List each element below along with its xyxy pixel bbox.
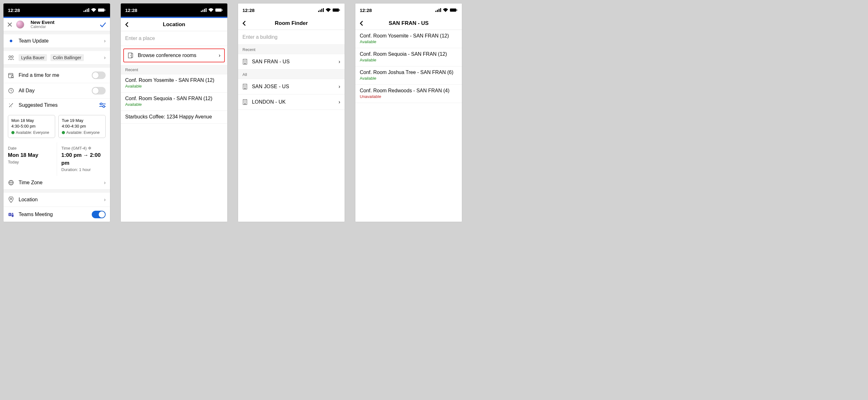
svg-point-14 <box>9 104 10 104</box>
svg-rect-28 <box>203 10 204 12</box>
chevron-right-icon: › <box>339 59 340 65</box>
find-time-toggle[interactable] <box>92 71 105 79</box>
duration: Duration: 1 hour <box>61 167 106 173</box>
svg-point-7 <box>11 56 13 58</box>
clock-icon <box>8 88 14 94</box>
room-item[interactable]: Conf. Room Yosemite - SAN FRAN (12) Avai… <box>121 74 227 93</box>
building-name: SAN JOSE - US <box>252 84 334 90</box>
svg-rect-62 <box>440 8 441 12</box>
chevron-left-icon <box>242 21 246 26</box>
back-button[interactable] <box>242 21 253 26</box>
building-item[interactable]: LONDON - UK › <box>238 95 345 110</box>
status-icons <box>318 8 340 12</box>
svg-rect-63 <box>450 8 456 12</box>
date-label: Date <box>8 145 52 152</box>
close-icon[interactable] <box>7 22 12 27</box>
svg-rect-36 <box>320 10 321 12</box>
back-button[interactable] <box>359 21 370 26</box>
recent-header: Recent <box>121 65 227 74</box>
room-status: Available <box>360 39 458 44</box>
back-button[interactable] <box>125 22 136 27</box>
wifi-icon <box>91 8 96 12</box>
svg-rect-38 <box>323 8 324 12</box>
room-name: Conf. Room Redwoods - SAN FRAN (4) <box>360 88 458 94</box>
screen-new-event: 12:28 New Event Calendar Team Update › <box>3 3 110 222</box>
svg-rect-32 <box>222 9 223 11</box>
wifi-icon <box>326 8 331 12</box>
room-item[interactable]: Conf. Room Sequoia - SAN FRAN (12) Avail… <box>355 48 462 66</box>
sliders-icon[interactable] <box>99 103 105 108</box>
magic-icon <box>8 102 14 108</box>
place-item[interactable]: Starbucks Coffee: 1234 Happy Avenue <box>121 111 227 124</box>
room-item[interactable]: Conf. Room Joshua Tree - SAN FRAN (6) Av… <box>355 66 462 85</box>
svg-rect-57 <box>245 102 246 102</box>
time-cell[interactable]: Time (GMT-4) ✲ 1:00 pm → 2:00 pm Duratio… <box>57 142 110 176</box>
svg-line-11 <box>13 77 14 78</box>
svg-rect-46 <box>245 63 246 64</box>
svg-point-13 <box>12 103 13 104</box>
timezone-icon: ✲ <box>88 146 91 151</box>
status-icons <box>201 8 223 12</box>
signal-icon <box>318 8 324 12</box>
room-item[interactable]: Conf. Room Redwoods - SAN FRAN (4) Unava… <box>355 85 462 103</box>
all-day-row[interactable]: All Day <box>3 83 110 99</box>
room-status: Unavailable <box>360 94 458 99</box>
search-input[interactable]: Enter a building <box>238 30 345 45</box>
building-name: SAN FRAN - US <box>252 59 334 65</box>
date-value: Mon 18 May <box>8 152 52 159</box>
all-day-toggle[interactable] <box>92 87 105 95</box>
date-relative: Today <box>8 159 52 165</box>
chevron-right-icon: › <box>104 55 105 61</box>
browse-conference-rooms-button[interactable]: Browse conference rooms › <box>123 48 225 62</box>
location-row[interactable]: Location › <box>3 193 110 207</box>
svg-point-15 <box>11 106 12 107</box>
header: Location <box>121 18 227 31</box>
room-status: Available <box>360 76 458 80</box>
svg-rect-43 <box>245 60 246 61</box>
time-label: Time (GMT-4) <box>61 146 87 151</box>
room-status: Available <box>125 102 223 107</box>
attendee-chip[interactable]: Lydia Bauer <box>19 54 47 61</box>
building-item[interactable]: SAN JOSE - US › <box>238 79 345 95</box>
door-icon <box>128 52 133 59</box>
timezone-row[interactable]: Time Zone › <box>3 176 110 190</box>
suggested-time-card[interactable]: Mon 18 May 4:30-5:00 pm Available: Every… <box>8 115 55 138</box>
svg-rect-48 <box>244 85 245 86</box>
search-input[interactable]: Enter a place <box>121 31 227 46</box>
header: New Event Calendar <box>3 18 110 31</box>
svg-rect-61 <box>439 9 439 12</box>
available-dot-icon <box>62 131 65 134</box>
svg-rect-64 <box>457 9 457 11</box>
attendee-chip[interactable]: Colin Ballinger <box>51 54 84 61</box>
chevron-left-icon <box>359 21 364 26</box>
people-icon <box>8 55 14 60</box>
teams-toggle[interactable] <box>92 211 105 218</box>
find-time-row[interactable]: Find a time for me <box>3 68 110 83</box>
room-name: Conf. Room Joshua Tree - SAN FRAN (6) <box>360 70 458 75</box>
chevron-right-icon: › <box>219 53 220 58</box>
svg-rect-5 <box>105 9 105 11</box>
room-status: Available <box>125 84 223 89</box>
event-title-row[interactable]: Team Update › <box>3 34 110 48</box>
building-icon <box>243 59 248 65</box>
svg-rect-0 <box>84 11 85 12</box>
status-bar: 12:28 <box>3 3 110 17</box>
screen-location: 12:28 Location Enter a place Browse conf… <box>120 3 228 222</box>
room-name: Conf. Room Yosemite - SAN FRAN (12) <box>360 33 458 39</box>
attendees-row[interactable]: Lydia Bauer Colin Ballinger › <box>3 51 110 65</box>
room-item[interactable]: Conf. Room Yosemite - SAN FRAN (12) Avai… <box>355 30 462 48</box>
svg-rect-56 <box>244 102 245 102</box>
svg-rect-50 <box>244 86 245 87</box>
signal-icon <box>435 8 441 12</box>
room-item[interactable]: Conf. Room Sequoia - SAN FRAN (12) Avail… <box>121 93 227 111</box>
save-button[interactable] <box>99 21 106 28</box>
building-item[interactable]: SAN FRAN - US › <box>238 54 345 70</box>
teams-meeting-row[interactable]: T Teams Meeting <box>3 207 110 222</box>
date-cell[interactable]: Date Mon 18 May Today <box>3 142 57 176</box>
suggested-time-card[interactable]: Tue 19 May 4:00-4:30 pm Available: Every… <box>58 115 105 138</box>
svg-rect-40 <box>339 9 340 11</box>
chevron-right-icon: › <box>339 99 340 105</box>
status-time: 12:28 <box>8 7 20 13</box>
page-title: Room Finder <box>257 20 326 27</box>
all-header: All <box>238 70 345 79</box>
